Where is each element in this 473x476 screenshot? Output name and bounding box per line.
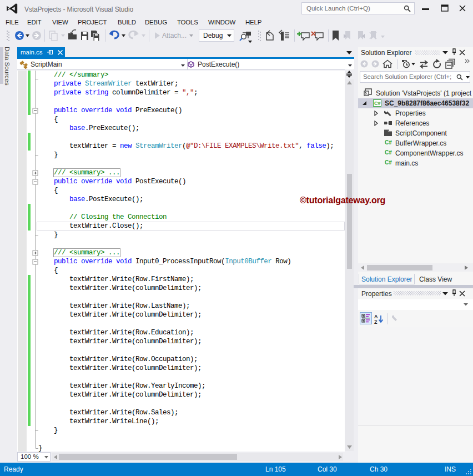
svg-text:A: A bbox=[374, 314, 378, 319]
svg-text:Z: Z bbox=[374, 319, 378, 325]
svg-text:Attach...: Attach... bbox=[162, 32, 187, 39]
